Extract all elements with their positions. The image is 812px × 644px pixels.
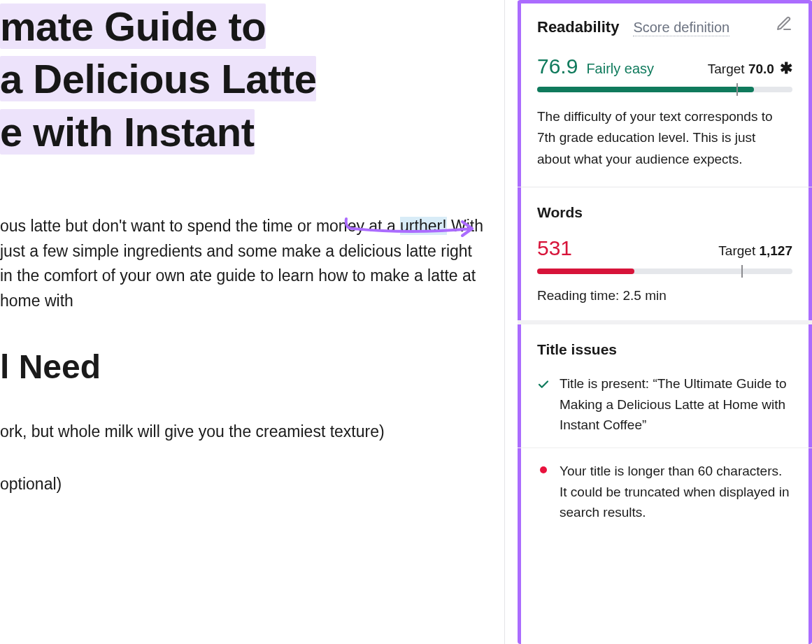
readability-target: Target 70.0 ✱	[708, 59, 792, 78]
target-value: 70.0	[748, 62, 774, 76]
document-title[interactable]: mate Guide to a Delicious Latte e with I…	[0, 0, 487, 158]
highlighted-text: urther!	[400, 217, 446, 235]
reading-time: Reading time: 2.5 min	[537, 288, 792, 303]
title-line-1: mate Guide to	[0, 3, 266, 49]
title-issue-row: Title is present: “The Ultimate Guide to…	[518, 373, 812, 448]
divider	[518, 320, 812, 324]
title-warning-text: Your title is longer than 60 characters.…	[560, 461, 792, 522]
edit-icon[interactable]	[776, 15, 792, 35]
title-present-text: Title is present: “The Ultimate Guide to…	[560, 373, 792, 435]
words-target: Target 1,127	[718, 243, 792, 259]
title-issue-row: Your title is longer than 60 characters.…	[537, 461, 792, 535]
list-item[interactable]: optional)	[0, 472, 487, 497]
readability-description: The difficulty of your text corresponds …	[537, 106, 792, 170]
words-title: Words	[537, 204, 792, 221]
target-value: 1,127	[759, 243, 792, 258]
target-label: Target	[718, 243, 759, 258]
warning-dot-icon	[540, 466, 547, 473]
readability-label: Fairly easy	[586, 61, 699, 77]
target-label: Target	[708, 62, 748, 76]
title-issues-heading: Title issues	[537, 341, 792, 358]
divider	[518, 187, 812, 187]
readability-score: 76.9	[537, 55, 578, 78]
title-line-2: a Delicious Latte	[0, 56, 316, 101]
editor-pane: mate Guide to a Delicious Latte e with I…	[0, 0, 504, 644]
check-icon	[537, 376, 550, 435]
section-heading[interactable]: l Need	[0, 348, 487, 386]
intro-paragraph[interactable]: ous latte but don't want to spend the ti…	[0, 214, 487, 314]
list-item[interactable]: ork, but whole milk will give you the cr…	[0, 420, 487, 445]
words-target-tick	[741, 265, 743, 278]
readability-target-tick	[736, 83, 738, 96]
asterisk-icon: ✱	[776, 59, 792, 77]
sidebar: Readability Score definition 76.9 Fairly…	[504, 0, 812, 644]
words-progress-bar	[537, 269, 792, 274]
readability-title: Readability	[537, 18, 619, 36]
words-bar-fill	[537, 269, 634, 274]
score-definition-link[interactable]: Score definition	[633, 20, 729, 36]
words-count: 531	[537, 236, 572, 260]
readability-bar-fill	[537, 87, 754, 92]
readability-progress-bar	[537, 87, 792, 92]
para-text-before: ous latte but don't want to spend the ti…	[0, 217, 400, 235]
title-line-3: e with Instant	[0, 109, 255, 155]
